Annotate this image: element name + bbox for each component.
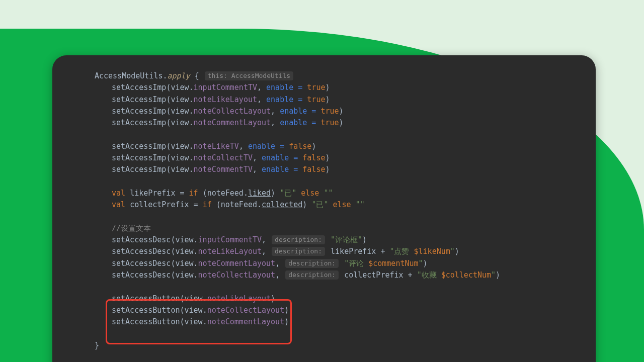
- blank-line: [95, 176, 596, 188]
- code-line: setAccessImp(view.noteCommentTV, enable …: [95, 164, 596, 175]
- blank-line: [95, 129, 596, 140]
- code-line: setAccessDesc(view.noteCollectLayout, de…: [95, 269, 596, 281]
- code-line: val collectPrefix = if (noteFeed.collect…: [95, 199, 596, 211]
- code-line: AccessModeUtils.apply { this: AccessMode…: [95, 70, 596, 82]
- code-line: setAccessImp(view.inputCommentTV, enable…: [95, 82, 596, 94]
- param-hint: description:: [285, 259, 339, 268]
- code-line: val likePrefix = if (noteFeed.liked) "已"…: [95, 188, 596, 199]
- code-area[interactable]: AccessModeUtils.apply { this: AccessMode…: [52, 70, 596, 351]
- code-line: setAccessDesc(view.noteLikeLayout, descr…: [95, 246, 596, 257]
- comment-line: //设置文本: [95, 223, 596, 234]
- receiver-hint: this: AccessModeUtils: [205, 71, 293, 80]
- code-editor-window: AccessModeUtils.apply { this: AccessMode…: [52, 55, 596, 362]
- blank-line: [95, 211, 596, 223]
- code-line: setAccessDesc(view.noteCommentLayout, de…: [95, 258, 596, 269]
- param-hint: description:: [272, 247, 325, 256]
- code-line: setAccessImp(view.noteLikeTV, enable = f…: [95, 141, 596, 152]
- code-line: setAccessImp(view.noteCollectLayout, ena…: [95, 106, 596, 117]
- code-line: setAccessDesc(view.inputCommentTV, descr…: [95, 234, 596, 246]
- param-hint: description:: [272, 235, 325, 244]
- highlight-box: [106, 299, 292, 344]
- blank-line: [95, 281, 596, 293]
- code-line: setAccessImp(view.noteCollectTV, enable …: [95, 152, 596, 164]
- code-line: setAccessImp(view.noteCommentLayout, ena…: [95, 117, 596, 129]
- param-hint: description:: [285, 270, 339, 280]
- code-line: setAccessImp(view.noteLikeLayout, enable…: [95, 94, 596, 106]
- apply-call: apply: [168, 71, 190, 80]
